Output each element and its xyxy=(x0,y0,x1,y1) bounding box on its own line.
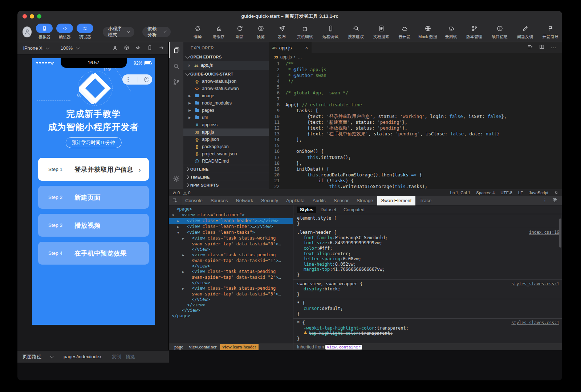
mode-button-phone[interactable]: 模拟器 xyxy=(36,24,53,40)
style-rule[interactable]: styles_slaves.css:1swan-view, swan-wrapp… xyxy=(293,280,562,299)
file-row-package.json[interactable]: {}package.json xyxy=(183,143,269,150)
expand-arrow-icon[interactable]: ▼ xyxy=(182,230,187,236)
action-pencil[interactable]: 问题反馈 xyxy=(513,24,537,40)
file-row-README.md[interactable]: ⓘREADME.md xyxy=(183,158,269,165)
close-icon[interactable]: × xyxy=(188,63,192,68)
close-tab-icon[interactable]: × xyxy=(305,45,308,50)
status-item[interactable]: LF xyxy=(518,191,523,195)
scrollbar-thumb[interactable] xyxy=(559,219,561,248)
style-property[interactable]: text-align:center; xyxy=(297,251,558,257)
forward-icon[interactable] xyxy=(159,45,164,52)
dom-node[interactable]: </view> xyxy=(169,308,293,313)
device-select[interactable]: iPhone X xyxy=(23,45,48,51)
collapse-arrow-icon[interactable]: ▶ xyxy=(182,219,187,224)
toolbar-dropdown-0[interactable]: 小程序模式 xyxy=(103,27,134,37)
file-row-arrow-status.swan[interactable]: <>arrow-status.swan xyxy=(183,85,269,92)
style-property[interactable]: line-height:8.052vw; xyxy=(297,262,558,267)
code-area[interactable]: 1/**2 * @file app.js3 * @author swan4 */… xyxy=(269,61,562,189)
collapse-arrow-icon[interactable]: ▶ xyxy=(187,269,192,275)
step-card-3[interactable]: Step 3播放视频 xyxy=(38,214,149,237)
dom-node[interactable]: ▶<view class="task status-pending swan-s… xyxy=(169,252,293,269)
collapse-arrow-icon[interactable]: ▶ xyxy=(187,253,192,258)
warnings-indicator[interactable]: △ 0 xyxy=(183,190,190,195)
style-property[interactable]: font-size:6.843999999999999vw; xyxy=(297,240,558,246)
collapse-arrow-icon[interactable]: ▶ xyxy=(182,224,187,230)
file-row-app.js[interactable]: JSapp.js xyxy=(183,128,269,136)
style-rule[interactable]: element.style {} xyxy=(293,214,562,228)
stylesheet-link[interactable]: styles_slaves.css:1 xyxy=(511,281,559,287)
devtools-tab-sensor[interactable]: Sensor xyxy=(330,196,353,205)
style-property[interactable]: display:block; xyxy=(297,286,558,292)
action-remote[interactable]: 远程调试 xyxy=(319,24,342,40)
collapse-arrow-icon[interactable]: ▶ xyxy=(187,236,192,241)
devtools-tab-console[interactable]: Console xyxy=(181,196,207,205)
settings-gear-icon[interactable] xyxy=(169,171,183,187)
cube-icon[interactable] xyxy=(124,45,129,52)
dom-node[interactable]: ▶<view class="task status-working swan-s… xyxy=(169,236,293,252)
style-property[interactable]: color:#fff; xyxy=(297,246,558,251)
devtools-tab-security[interactable]: Security xyxy=(257,196,282,205)
style-rule[interactable]: index.css:16.learn-header {font-family:P… xyxy=(293,228,562,279)
section-timeline[interactable]: TIMELINE xyxy=(183,173,269,181)
status-item[interactable]: Ln 1, Col 1 xyxy=(450,191,471,195)
action-doc-search[interactable]: 文档搜索 xyxy=(370,24,393,40)
zoom-select[interactable]: 100% xyxy=(61,45,78,51)
close-miniapp-icon[interactable] xyxy=(144,77,149,82)
dom-node[interactable]: ▶<view class="task status-pending swan-s… xyxy=(169,269,293,286)
styles-tab-styles[interactable]: Styles xyxy=(297,207,316,213)
devtools-tab-appdata[interactable]: AppData xyxy=(282,196,309,205)
sound-icon[interactable] xyxy=(135,45,141,52)
action-compile[interactable]: 编译 xyxy=(188,24,207,40)
status-item[interactable]: Spaces: 4 xyxy=(476,191,495,195)
dom-node[interactable]: ▼<view class="container"> xyxy=(169,212,293,218)
file-row-arrow-status.json[interactable]: {}arrow-status.json xyxy=(183,78,269,85)
inherited-chip[interactable]: view.container xyxy=(325,345,362,350)
open-changes-icon[interactable] xyxy=(527,44,533,51)
file-row-util[interactable]: ▶util xyxy=(183,114,269,121)
dom-node[interactable]: ▶<view class="learn-header">…</view> xyxy=(169,218,293,224)
more-actions-icon[interactable]: ⋯ xyxy=(550,44,557,51)
device-icon[interactable] xyxy=(147,45,153,52)
source-control-activity-icon[interactable] xyxy=(169,74,183,90)
expand-arrow-icon[interactable]: ▼ xyxy=(172,207,176,212)
devtools-tab-storage[interactable]: Storage xyxy=(353,196,377,205)
editor-breadcrumb[interactable]: JS app.js › … xyxy=(269,53,562,61)
file-row-image[interactable]: ▶image xyxy=(183,92,269,99)
action-publish[interactable]: 发布 xyxy=(272,24,291,40)
action-bug[interactable]: 真机调试 xyxy=(293,24,317,40)
search-activity-icon[interactable] xyxy=(169,58,183,74)
styles-tab-computed[interactable]: Computed xyxy=(341,207,367,213)
inspect-element-icon[interactable] xyxy=(169,196,181,205)
style-rule[interactable]: styles_slaves.css:1* {-webkit-tap-highli… xyxy=(293,319,562,343)
tab-app-js[interactable]: JS app.js × xyxy=(269,42,312,53)
step-card-4[interactable]: Step 4在手机中预览效果 xyxy=(38,242,149,265)
dom-node[interactable]: ▼<page> xyxy=(169,207,293,212)
collapse-arrow-icon[interactable]: ▶ xyxy=(187,286,192,291)
style-rule[interactable]: * {cursor:default;} xyxy=(293,299,562,319)
action-flag[interactable]: 开发引导 xyxy=(539,24,562,40)
split-editor-icon[interactable] xyxy=(539,44,545,51)
action-refresh[interactable]: 刷新 xyxy=(230,24,249,40)
step-card-1[interactable]: Step 1登录并获取用户信息› xyxy=(38,158,149,181)
section-npm-scripts[interactable]: NPM SCRIPTS xyxy=(183,181,269,189)
mode-button-code[interactable]: 编辑器 xyxy=(56,24,73,40)
preview-path-link[interactable]: 预览 xyxy=(126,354,135,360)
mode-button-sliders[interactable]: 调试器 xyxy=(77,24,93,40)
errors-indicator[interactable]: ⊘ 0 xyxy=(172,190,180,195)
status-item[interactable]: UTF-8 xyxy=(500,191,512,195)
chevron-down-icon[interactable] xyxy=(50,354,54,358)
devtools-tab-sources[interactable]: Sources xyxy=(207,196,232,205)
style-property[interactable]: -webkit-tap-highlight-color:transparent; xyxy=(297,326,558,331)
more-menu-icon[interactable]: ⋮ xyxy=(126,76,131,83)
action-info[interactable]: 项目信息 xyxy=(488,24,511,40)
dom-node[interactable]: </page> xyxy=(169,313,293,319)
file-row-pages[interactable]: ▶pages xyxy=(183,107,269,114)
element-crumb[interactable]: view.container xyxy=(187,344,219,350)
file-row-project.swan.json[interactable]: {}project.swan.json xyxy=(183,150,269,158)
element-crumb[interactable]: view.learn-header xyxy=(220,344,259,350)
toolbar-dropdown-1[interactable]: 依赖分析 xyxy=(142,27,171,37)
devtools-tab-swan-element[interactable]: Swan Element xyxy=(377,196,416,205)
action-search-suggest[interactable]: 搜索建议 xyxy=(344,24,367,40)
file-row-app.json[interactable]: {}app.json xyxy=(183,136,269,143)
element-tree[interactable]: ▼<page>▼<view class="container">▶<view c… xyxy=(169,205,293,343)
